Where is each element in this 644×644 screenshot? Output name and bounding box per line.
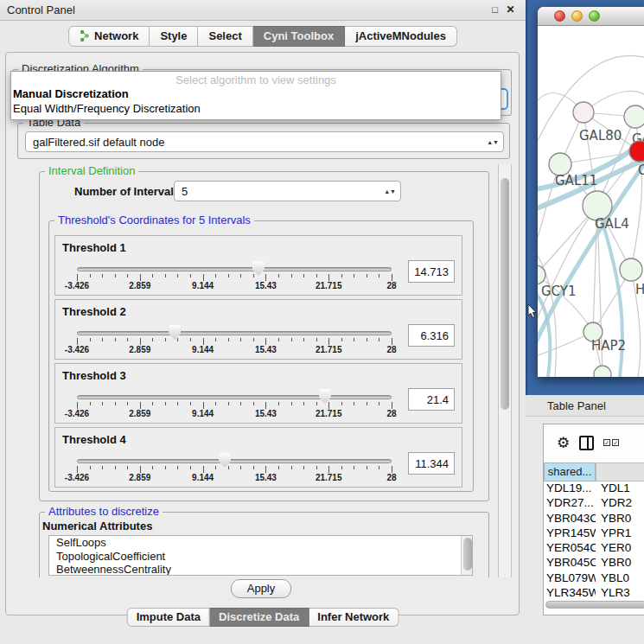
threshold-row: Threshold 4-3.4262.8599.14415.4321.71528… <box>54 427 462 488</box>
threshold-value-field[interactable]: 21.4 <box>408 388 455 411</box>
table-data-select[interactable]: galFiltered.sif default node ▲▼ <box>25 131 504 152</box>
attribute-list-item[interactable]: TopologicalCoefficient <box>49 550 472 564</box>
table-column-header-shared-name[interactable]: shared... <box>544 462 596 481</box>
table-row[interactable]: YER054CYER0 <box>544 541 644 556</box>
table-cell: YLR345W <box>544 586 596 599</box>
scale-label: 21.715 <box>316 409 342 418</box>
tick-mark <box>240 466 241 469</box>
table-row[interactable]: YBR045CYBR0 <box>544 556 644 571</box>
table-panel-title: Table Panel <box>547 399 606 412</box>
table-row[interactable]: YBL079WYBL0 <box>544 571 644 586</box>
panel-scrollbar-thumb[interactable] <box>501 178 509 410</box>
tick-mark <box>367 466 367 469</box>
tab-network[interactable]: Network <box>68 26 150 47</box>
scale-label: 2.859 <box>129 345 150 354</box>
network-node[interactable] <box>629 141 644 162</box>
scale-label: -3.426 <box>65 345 89 354</box>
table-horizontal-scrollbar-thumb[interactable] <box>545 601 644 609</box>
table-horizontal-scrollbar[interactable] <box>545 601 644 609</box>
attribute-list-item[interactable]: BetweennessCentrality <box>49 563 472 576</box>
gear-icon[interactable]: ⚙ <box>557 434 570 452</box>
network-node[interactable] <box>620 258 642 281</box>
tick-mark <box>253 338 254 341</box>
tick-mark <box>228 466 229 469</box>
tick-mark <box>367 338 367 341</box>
network-window-titlebar[interactable] <box>538 7 644 26</box>
tick-mark <box>90 274 91 277</box>
algorithm-option[interactable]: Manual Discretization <box>11 86 501 101</box>
network-node[interactable] <box>573 102 594 123</box>
network-node[interactable] <box>594 366 611 377</box>
tick-mark <box>127 466 128 469</box>
tick-mark <box>115 466 116 469</box>
scale-label: 2.859 <box>129 473 150 482</box>
close-icon[interactable]: ✕ <box>504 3 517 16</box>
tick-mark <box>316 338 317 341</box>
table-row[interactable]: YPR145WYPR1 <box>544 526 644 541</box>
table-column-header-name[interactable]: n <box>596 462 644 481</box>
threshold-value-field[interactable]: 11.344 <box>408 452 455 475</box>
threshold-slider-track[interactable] <box>77 331 392 335</box>
tick-mark <box>190 338 191 341</box>
split-columns-icon[interactable] <box>579 436 594 450</box>
table-row[interactable]: YBR043CYBR0 <box>544 512 644 526</box>
tab-select[interactable]: Select <box>198 26 252 47</box>
tick-mark <box>140 338 141 345</box>
network-icon <box>80 29 90 42</box>
threshold-slider-track[interactable] <box>77 459 392 463</box>
tick-mark <box>215 338 216 341</box>
tab-jactivemnodules[interactable]: jActiveMNodules <box>345 26 457 47</box>
threshold-value-field[interactable]: 6.316 <box>408 324 455 347</box>
network-view-window[interactable]: GAL80GACGAL11GAL4GCY1HHAP2 <box>538 7 644 377</box>
tick-mark <box>240 338 241 341</box>
attributes-group: Attributes to discretize Numerical Attri… <box>39 512 489 577</box>
combo-stepper-icon: ▲▼ <box>384 189 396 194</box>
tick-mark <box>190 402 191 405</box>
number-of-intervals-value: 5 <box>182 185 188 198</box>
tab-discretize-data[interactable]: Discretize Data <box>210 608 309 627</box>
table-row[interactable]: YDL19...YDL1 <box>544 481 644 496</box>
scale-label: -3.426 <box>65 473 89 482</box>
close-traffic-light-icon[interactable] <box>554 10 565 22</box>
table-row[interactable]: YDR27...YDR2 <box>544 496 644 511</box>
tab-infer-network[interactable]: Infer Network <box>309 608 399 627</box>
network-node-label: HAP2 <box>591 338 626 354</box>
attribute-list-item[interactable]: SelfLoops <box>49 536 472 550</box>
tab-impute-data[interactable]: Impute Data <box>127 608 210 627</box>
table-cell: YBR0 <box>596 556 644 571</box>
tick-mark <box>240 402 241 405</box>
tick-mark <box>77 338 78 345</box>
network-canvas[interactable]: GAL80GACGAL11GAL4GCY1HHAP2 <box>538 26 644 377</box>
network-node[interactable] <box>624 105 644 128</box>
threshold-value-field[interactable]: 14.713 <box>408 260 455 283</box>
tick-mark <box>367 402 367 405</box>
tick-mark <box>278 338 279 341</box>
panel-scrollbar[interactable] <box>498 164 512 577</box>
slider-ticks <box>77 402 392 409</box>
tick-mark <box>278 466 279 469</box>
network-node-label: GCY1 <box>541 284 577 299</box>
tick-mark <box>140 274 141 281</box>
tab-style[interactable]: Style <box>150 26 198 47</box>
zoom-traffic-light-icon[interactable] <box>589 10 600 22</box>
number-of-intervals-select[interactable]: 5 ▲▼ <box>174 181 401 201</box>
float-window-button[interactable]: □ <box>488 3 501 16</box>
table-header-row: shared...n <box>544 462 644 481</box>
threshold-slider-track[interactable] <box>77 395 392 399</box>
algorithm-option[interactable]: Equal Width/Frequency Discretization <box>11 101 501 116</box>
minimize-traffic-light-icon[interactable] <box>571 10 583 22</box>
tick-mark <box>328 274 329 281</box>
table-cell: YBR0 <box>596 512 644 526</box>
tick-mark <box>316 274 317 277</box>
control-panel-tab-bar: NetworkStyleSelectCyni ToolboxjActiveMNo… <box>68 26 457 47</box>
apply-button[interactable]: Apply <box>231 579 291 598</box>
list-scrollbar[interactable] <box>461 536 472 576</box>
table-toolbar: ⚙ ✓ ✓ <box>544 424 644 461</box>
network-edge <box>560 151 640 164</box>
network-node[interactable] <box>538 265 545 284</box>
table-row[interactable]: YLR345WYLR3 <box>544 586 644 599</box>
tab-cyni-toolbox[interactable]: Cyni Toolbox <box>253 26 345 47</box>
scale-label: 21.715 <box>316 473 342 482</box>
column-visibility-icons[interactable]: ✓ ✓ <box>603 439 619 446</box>
threshold-slider-track[interactable] <box>77 267 392 271</box>
